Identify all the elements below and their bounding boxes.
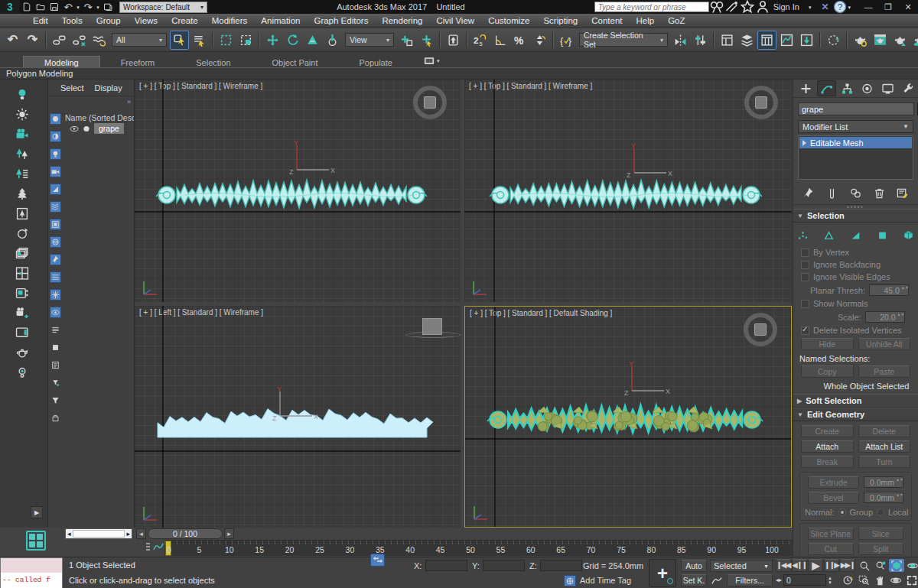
undo-flyout-caret-icon[interactable]: ▾: [75, 1, 81, 13]
edit-geometry-rollout-header[interactable]: ▼Edit Geometry: [793, 408, 918, 421]
break-button[interactable]: Break: [801, 456, 854, 468]
viewport-bottom-left[interactable]: [ + ] [ Left ] [ Standard ] [ Wireframe …: [135, 306, 461, 528]
motion-icon[interactable]: [858, 80, 877, 96]
by-vertex-checkbox[interactable]: [801, 249, 809, 257]
xform-icon[interactable]: [370, 554, 385, 567]
filter-chip-icon[interactable]: [50, 219, 61, 230]
search-icon[interactable]: [709, 1, 724, 13]
align-icon[interactable]: [691, 31, 710, 50]
endresult-icon[interactable]: [823, 185, 842, 201]
menu-animation[interactable]: Animation: [254, 14, 307, 28]
mirror-icon[interactable]: [671, 31, 690, 50]
filter-funnel-dot-icon[interactable]: [50, 377, 61, 388]
last-icon[interactable]: ▶▶❙: [840, 559, 855, 572]
named-selection-set-dropdown[interactable]: Create Selection Set▾: [579, 33, 668, 47]
filter-note-icon[interactable]: [50, 359, 61, 371]
render-cloud-icon[interactable]: [910, 31, 918, 50]
menu-tools[interactable]: Tools: [55, 14, 90, 28]
viewport-label[interactable]: [ + ] [ Top ] [ Standard ] [ Default Sha…: [470, 309, 612, 317]
selection-filter-dropdown[interactable]: All▾: [112, 33, 167, 47]
turn-button[interactable]: Turn: [858, 456, 911, 468]
menu-scripting[interactable]: Scripting: [536, 14, 584, 28]
open-mini-curve-editor-icon[interactable]: [145, 541, 164, 554]
utilities-icon[interactable]: [899, 80, 918, 96]
filter-flake-icon[interactable]: [50, 289, 61, 300]
set-key-mode-button[interactable]: Set K.: [681, 574, 707, 586]
x-coord-field[interactable]: [425, 560, 467, 571]
auto-key-button[interactable]: Auto: [681, 560, 707, 572]
slice-button[interactable]: Slice: [858, 528, 904, 540]
help-caret-icon[interactable]: ▾: [848, 5, 851, 10]
previous-frame-button[interactable]: ◂: [136, 528, 146, 539]
viewport-top-left[interactable]: [ + ] [ Top ] [ Standard ] [ Wireframe ]…: [135, 80, 461, 302]
place-icon[interactable]: [323, 31, 342, 50]
filter-half-icon[interactable]: [50, 131, 61, 142]
trees-icon[interactable]: [11, 145, 34, 163]
menu-views[interactable]: Views: [128, 14, 164, 28]
render-icon[interactable]: [890, 31, 910, 50]
filter-waves-icon[interactable]: [50, 201, 61, 213]
pan-icon[interactable]: [872, 573, 887, 586]
viewport-label[interactable]: [ + ] [ Top ] [ Standard ] [ Wireframe ]: [139, 82, 262, 90]
polygon-modeling-panel-header[interactable]: Polygon Modeling: [0, 67, 918, 80]
filter-dot-icon[interactable]: [50, 113, 61, 125]
quad-icon[interactable]: [11, 265, 34, 282]
reference-coordinate-dropdown[interactable]: View▾: [345, 33, 394, 47]
display-icon[interactable]: [878, 80, 897, 96]
app-logo-icon[interactable]: 3: [0, 0, 20, 14]
key-filters-button[interactable]: Filters...: [727, 574, 773, 586]
stack-item-editable-mesh[interactable]: Editable Mesh: [799, 137, 912, 148]
new-file-icon[interactable]: [20, 1, 34, 13]
scene-explorer-overflow-chevron-icon[interactable]: »: [127, 98, 131, 106]
link-icon[interactable]: [50, 31, 69, 50]
split-button[interactable]: Split: [858, 543, 904, 555]
tree-card-icon[interactable]: [11, 205, 34, 223]
select-by-name-icon[interactable]: [190, 31, 209, 50]
move-icon[interactable]: [263, 31, 282, 50]
region-icon[interactable]: [216, 31, 236, 50]
menu-customize[interactable]: Customize: [481, 14, 536, 28]
layer-explorer-icon[interactable]: [737, 31, 757, 50]
snap-percent-icon[interactable]: %: [510, 31, 529, 50]
viewport-label[interactable]: [ + ] [ Left ] [ Standard ] [ Wireframe …: [139, 308, 263, 317]
sign-in-user-icon[interactable]: [755, 1, 770, 13]
attach-list-button[interactable]: Attach List: [858, 440, 911, 453]
redo-icon[interactable]: ↷: [23, 31, 42, 50]
teapot-icon[interactable]: [11, 344, 34, 362]
object-dot-icon[interactable]: [82, 125, 91, 132]
filter-list-icon[interactable]: [50, 324, 61, 336]
filter-funnel-icon[interactable]: [50, 395, 61, 406]
menu-modifiers[interactable]: Modifiers: [205, 14, 255, 28]
help-icon[interactable]: ?: [832, 1, 848, 13]
frame-spinner-icon[interactable]: ▲▼: [828, 576, 832, 585]
scene-explorer-select-menu[interactable]: Select: [60, 83, 84, 93]
ribbon-extra-caret-icon[interactable]: ▾: [437, 58, 440, 63]
snap25-icon[interactable]: 25: [470, 31, 490, 50]
first-icon[interactable]: ❙◀◀: [776, 559, 791, 572]
snap-angle-icon[interactable]: [490, 31, 509, 50]
filter-bulb-f-icon[interactable]: [50, 148, 61, 160]
zoom-all-icon[interactable]: [873, 559, 888, 572]
prevkey-icon[interactable]: ◀❙❙: [792, 559, 807, 572]
zoom-ext-icon[interactable]: [889, 559, 904, 572]
frame-back-icon[interactable]: ◂▸: [776, 577, 782, 583]
show-normals-checkbox[interactable]: [801, 300, 809, 308]
scale-spinner[interactable]: 20.0: [865, 311, 905, 323]
workspace-dropdown[interactable]: Workspace: Default▾: [119, 2, 207, 13]
filter-square-icon[interactable]: [50, 342, 61, 353]
z-coord-field[interactable]: [540, 560, 582, 571]
menu-help[interactable]: Help: [629, 14, 661, 28]
y-coord-field[interactable]: [483, 560, 525, 571]
modifier-stack[interactable]: Editable Mesh: [798, 135, 913, 180]
normal-local-radio[interactable]: [877, 508, 884, 516]
filter-eye-icon[interactable]: [50, 307, 61, 318]
slice-plane-button[interactable]: Slice Plane: [808, 528, 854, 540]
scene-explorer-object-row[interactable]: grape: [70, 123, 124, 134]
planar-thresh-spinner[interactable]: 45.0: [869, 284, 909, 296]
ignore-backfacing-checkbox[interactable]: [801, 261, 809, 269]
regionzoom-icon[interactable]: [856, 573, 871, 586]
ignore-visible-edges-checkbox[interactable]: [801, 273, 809, 281]
camera-icon[interactable]: [11, 125, 34, 143]
tree-list-icon[interactable]: [11, 165, 34, 183]
filter-sphere-icon[interactable]: [50, 236, 61, 248]
